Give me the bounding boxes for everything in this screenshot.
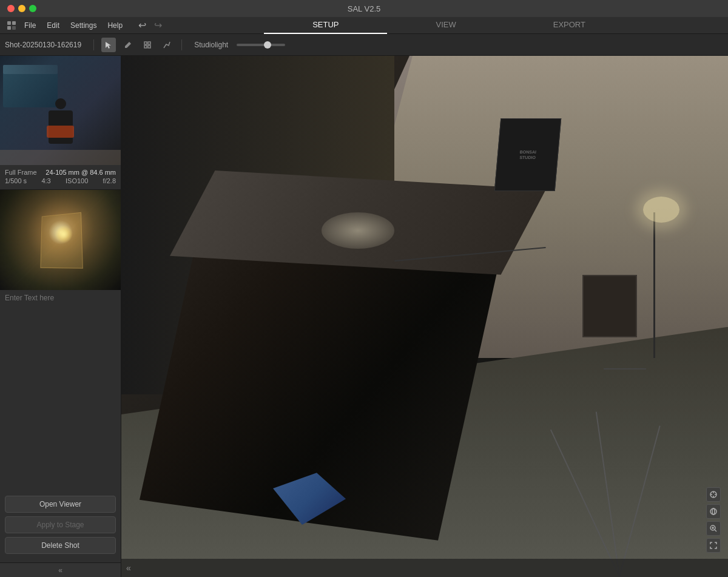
text-area[interactable] [0, 290, 121, 491]
nav-controls [706, 487, 721, 553]
traffic-lights [7, 5, 36, 12]
svg-rect-5 [148, 42, 150, 44]
open-viewer-button[interactable]: Open Viewer [5, 496, 116, 513]
svg-rect-6 [144, 46, 147, 48]
brush-tool-button[interactable] [121, 38, 135, 52]
nav-tabs: SETUP VIEW EXPORT [170, 16, 728, 34]
shot-thumbnail [0, 56, 121, 165]
delete-shot-button[interactable]: Delete Shot [5, 537, 116, 554]
main-layout: Full Frame 24-105 mm @ 84.6 mm 1/500 s 4… [0, 56, 728, 577]
draw-tool-button[interactable] [160, 38, 174, 52]
svg-rect-3 [12, 26, 16, 30]
preview-thumbnail [0, 190, 121, 290]
camera-info: Full Frame 24-105 mm @ 84.6 mm 1/500 s 4… [0, 165, 121, 190]
tab-export[interactable]: EXPORT [505, 16, 634, 34]
focal-value: 24-105 mm @ 84.6 mm [46, 169, 116, 176]
tripod-bar [604, 368, 646, 369]
viewport-bottom-bar: « [121, 559, 728, 577]
scene-top-highlight [322, 212, 394, 249]
svg-point-13 [710, 508, 716, 515]
menubar: File Edit Settings Help ↩ ↪ SETUP VIEW E… [0, 17, 728, 34]
iso-value: ISO100 [66, 177, 88, 184]
scene-bonsai-sign: BONSAISTUDIO [494, 118, 562, 191]
svg-rect-0 [7, 21, 11, 25]
shot-text-input[interactable] [5, 294, 116, 302]
viewport-3d-scene: BONSAISTUDIO [121, 56, 728, 577]
studiolight-slider-thumb[interactable] [264, 41, 271, 49]
app-icon [5, 19, 18, 32]
sidebar-buttons: Open Viewer Apply to Stage Delete Shot [0, 491, 121, 559]
toolbar-separator [93, 39, 94, 50]
svg-point-14 [712, 508, 715, 515]
menubar-left: File Edit Settings Help ↩ ↪ [0, 18, 170, 33]
svg-line-16 [715, 530, 716, 531]
studiolight-slider[interactable] [237, 44, 285, 46]
select-tool-button[interactable] [101, 38, 116, 52]
collapse-arrows-icon: « [58, 566, 62, 575]
viewport-collapse-button[interactable]: « [126, 563, 131, 573]
menu-help[interactable]: Help [103, 19, 127, 32]
toolbar-separator-2 [181, 39, 182, 50]
ratio-value: 4:3 [41, 177, 50, 184]
sidebar: Full Frame 24-105 mm @ 84.6 mm 1/500 s 4… [0, 56, 121, 577]
aperture-value: f/2.8 [103, 177, 116, 184]
menu-file[interactable]: File [19, 19, 41, 32]
scene-light-pole [653, 212, 655, 359]
menu-settings[interactable]: Settings [66, 19, 101, 32]
viewport[interactable]: BONSAISTUDIO [121, 56, 728, 577]
svg-rect-4 [144, 42, 147, 44]
svg-rect-7 [148, 46, 150, 48]
titlebar: SAL V2.5 [0, 0, 728, 17]
apply-to-stage-button[interactable]: Apply to Stage [5, 516, 116, 533]
scene-picture-frame [582, 275, 637, 337]
scene-tripod [595, 368, 655, 577]
scene-light-bulb [643, 197, 679, 223]
tab-setup[interactable]: SETUP [264, 16, 387, 34]
minimize-button[interactable] [18, 5, 25, 12]
redo-button[interactable]: ↪ [150, 18, 165, 33]
format-label: Full Frame [5, 169, 37, 176]
svg-rect-2 [7, 26, 11, 30]
studiolight-label: Studiolight [194, 41, 228, 49]
tripod-leg-2 [619, 426, 661, 577]
menu-edit[interactable]: Edit [42, 19, 64, 32]
shutter-value: 1/500 s [5, 177, 27, 184]
navigate-icon-button[interactable] [706, 487, 721, 502]
tab-view[interactable]: VIEW [387, 16, 504, 34]
zoom-icon-button[interactable] [706, 521, 721, 536]
maximize-button[interactable] [29, 5, 36, 12]
sidebar-collapse-button[interactable]: « [0, 562, 121, 577]
grid-tool-button[interactable] [140, 38, 155, 52]
toolbar: Shot-20250130-162619 Studiolight [0, 34, 728, 56]
undo-button[interactable]: ↩ [135, 18, 149, 33]
shot-name: Shot-20250130-162619 [5, 41, 81, 49]
orbit-icon-button[interactable] [706, 504, 721, 519]
close-button[interactable] [7, 5, 15, 12]
svg-rect-1 [12, 21, 16, 25]
frame-icon-button[interactable] [706, 538, 721, 553]
app-title: SAL V2.5 [348, 4, 380, 13]
